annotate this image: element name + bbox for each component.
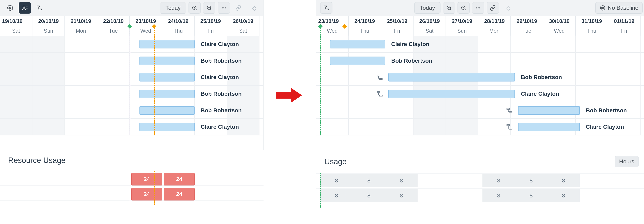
svg-rect-34 (380, 78, 382, 80)
date-header-cell: 24/10/19 (349, 16, 381, 26)
task-bar[interactable] (140, 56, 194, 65)
day-header-cell: Thu (162, 26, 194, 36)
link-button[interactable] (232, 2, 244, 14)
task-bar[interactable] (140, 106, 194, 115)
task-row[interactable]: Claire Clayton (0, 69, 263, 86)
predecessor-view-button[interactable] (320, 2, 332, 14)
task-assignee-label: Claire Clayton (201, 74, 239, 80)
task-row[interactable]: Bob Robertson (316, 69, 644, 86)
svg-rect-35 (377, 92, 380, 93)
svg-rect-19 (326, 9, 329, 10)
gantt-grid[interactable]: Claire ClaytonBob RobertsonClaire Clayto… (0, 36, 263, 136)
svg-point-1 (23, 6, 25, 8)
task-assignee-label: Bob Robertson (586, 107, 627, 114)
task-bar[interactable] (330, 40, 385, 48)
predecessor-icon (506, 124, 513, 130)
usage-cell: 8 (482, 189, 515, 202)
settings-button[interactable] (4, 2, 16, 14)
date-header-cell: 19/10/19 (0, 16, 32, 26)
gantt-grid[interactable]: Claire ClaytonBob RobertsonBob Robertson… (316, 36, 644, 136)
milestone-button[interactable] (247, 2, 259, 14)
more-button[interactable] (218, 2, 230, 14)
svg-line-21 (450, 9, 451, 10)
usage-units-button[interactable]: Hours (615, 156, 638, 167)
task-row[interactable]: Claire Clayton (316, 36, 644, 53)
resource-view-button[interactable] (19, 2, 31, 14)
task-row[interactable]: Claire Clayton (0, 36, 263, 53)
task-bar[interactable] (330, 56, 385, 65)
svg-marker-17 (276, 88, 302, 103)
more-button[interactable] (472, 2, 484, 14)
toolbar: Today No Baseline (316, 0, 644, 16)
today-button[interactable]: Today (414, 2, 440, 14)
svg-point-0 (9, 7, 11, 9)
task-bar[interactable] (140, 73, 194, 82)
svg-rect-16 (252, 6, 256, 10)
day-header-cell: Tue (511, 26, 543, 36)
svg-point-14 (224, 8, 224, 8)
task-row[interactable]: Bob Robertson (0, 102, 263, 119)
transition-arrow-icon (276, 87, 302, 104)
svg-rect-39 (507, 125, 510, 126)
usage-cell: 8 (320, 189, 353, 202)
task-row[interactable]: Bob Robertson (0, 53, 263, 69)
task-bar[interactable] (518, 123, 580, 131)
usage-title: Usage (324, 157, 347, 166)
task-row[interactable]: Claire Clayton (316, 119, 644, 136)
date-header-cell: 26/10/19 (227, 16, 260, 26)
task-bar[interactable] (140, 90, 194, 98)
zoom-out-button[interactable] (458, 2, 470, 14)
date-header-cell: 28/10/19 (478, 16, 511, 26)
task-assignee-label: Claire Clayton (521, 90, 559, 97)
day-header-cell: Thu (349, 26, 381, 36)
svg-rect-36 (380, 95, 382, 96)
task-row[interactable]: Bob Robertson (316, 102, 644, 119)
baseline-button[interactable]: No Baseline (595, 2, 642, 14)
task-row[interactable]: Claire Clayton (316, 86, 644, 102)
task-row[interactable]: Bob Robertson (316, 53, 644, 69)
predecessor-view-button[interactable] (33, 2, 46, 14)
svg-rect-38 (509, 112, 512, 113)
day-header-cell: Sun (32, 26, 65, 36)
svg-point-27 (476, 8, 477, 8)
usage-cell: 24 (164, 173, 194, 186)
task-assignee-label: Bob Robertson (391, 58, 432, 64)
date-header-cell: 26/10/19 (414, 16, 446, 26)
svg-point-29 (479, 8, 480, 8)
zoom-in-button[interactable] (443, 2, 455, 14)
usage-cell: 24 (131, 173, 162, 186)
date-header-cell: 22/10/19 (97, 16, 130, 26)
predecessor-icon (376, 90, 383, 97)
day-header-cell: Wed (130, 26, 162, 36)
date-header-cell: 20/10/19 (32, 16, 65, 26)
day-header-cell: Sat (414, 26, 446, 36)
task-assignee-label: Claire Clayton (391, 41, 429, 48)
today-button[interactable]: Today (160, 2, 186, 14)
svg-rect-37 (507, 108, 510, 109)
usage-cell: 8 (353, 174, 385, 187)
day-header-cell: Fri (194, 26, 227, 36)
usage-cell: 8 (482, 174, 515, 187)
task-row[interactable]: Bob Robertson (0, 86, 263, 102)
zoom-in-button[interactable] (188, 2, 201, 14)
task-row[interactable]: Claire Clayton (0, 119, 263, 136)
orange-marker-line (154, 26, 155, 136)
usage-grid: 888888888888 (316, 173, 644, 208)
usage-cell: 8 (385, 189, 418, 202)
day-header-cell: Mon (478, 26, 511, 36)
task-bar[interactable] (388, 90, 515, 98)
usage-cell: 8 (515, 189, 547, 202)
zoom-out-button[interactable] (203, 2, 215, 14)
date-header-cell: 25/10/19 (381, 16, 414, 26)
task-bar[interactable] (388, 73, 515, 82)
link-button[interactable] (487, 2, 499, 14)
task-bar[interactable] (518, 106, 580, 115)
usage-title: Resource Usage (8, 156, 66, 165)
task-bar[interactable] (140, 123, 194, 131)
svg-rect-32 (602, 8, 604, 8)
task-bar[interactable] (140, 40, 194, 48)
day-header-cell: Wed (543, 26, 576, 36)
date-header-cell: 01/11/19 (608, 16, 640, 26)
usage-panel-after: Usage Hours 888888888888 (316, 154, 644, 208)
milestone-button[interactable] (501, 2, 514, 14)
